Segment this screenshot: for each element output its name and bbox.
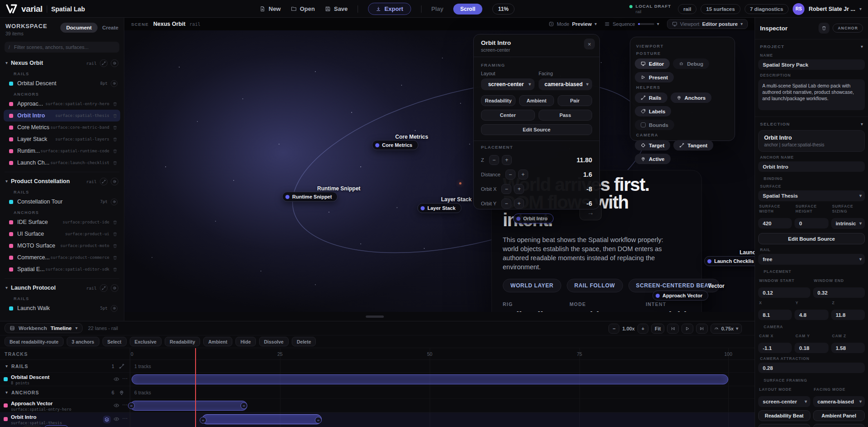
filter-box[interactable]: /	[5, 42, 119, 53]
play-mode-button[interactable]: Play	[432, 5, 444, 12]
edit-source-button[interactable]: Edit Source	[481, 124, 592, 135]
sequence-progress-badge[interactable]: 11%	[492, 4, 515, 15]
chevron-down-icon[interactable]: ▾	[5, 390, 8, 395]
surface-height-input[interactable]	[794, 218, 828, 228]
trash-icon[interactable]	[113, 220, 118, 225]
sidebar-item-approach-vector[interactable]: Approac...surface:spatial-entry-hero	[4, 98, 120, 110]
orbit-y-increment-button[interactable]: +	[514, 199, 524, 209]
edit-bound-source-button[interactable]: Edit Bound Source	[758, 233, 865, 244]
delete-anchor-button[interactable]	[819, 23, 829, 34]
pair-button[interactable]: Pair	[558, 95, 592, 106]
cam-x-input[interactable]	[758, 343, 792, 353]
facing-mode-select[interactable]: camera-biased▾	[813, 396, 865, 407]
window-start-input[interactable]	[758, 287, 810, 298]
eye-icon[interactable]	[113, 416, 119, 422]
trash-icon[interactable]	[113, 160, 118, 165]
sidebar-item-spatial-editor[interactable]: Spatial E...surface:spatial-editor-sdk	[4, 263, 120, 275]
sidebar-item-moto-surface[interactable]: MOTO Surfacesurface:product-moto	[4, 240, 120, 252]
center-linger-button[interactable]: Center Linger	[758, 424, 810, 427]
filter-input[interactable]	[14, 44, 115, 50]
tab-create[interactable]: Create	[102, 25, 118, 30]
ambient-button[interactable]: Ambient	[519, 95, 554, 106]
camera-active-button[interactable]: Active	[635, 154, 671, 164]
track-row-orbit-intro[interactable]: Orbit Intro surface:spatial-thesis ⋯ ‹› …	[0, 412, 755, 427]
anchor-pill-approach-vector[interactable]: Approach Vector	[652, 291, 708, 301]
delete-chip[interactable]: Delete	[292, 337, 316, 346]
camera-attraction-input[interactable]	[758, 363, 865, 373]
target-icon[interactable]	[111, 80, 118, 87]
trash-icon[interactable]	[113, 137, 118, 142]
select-chip[interactable]: Select	[103, 337, 127, 346]
chevron-down-icon[interactable]: ▾	[5, 61, 8, 65]
rails-group-row[interactable]: ▾ RAILS 1 1 tracks	[0, 360, 755, 373]
playhead[interactable]	[195, 348, 196, 427]
anchor-pill-orbit-intro[interactable]: Orbit Intro	[513, 214, 554, 223]
route-icon[interactable]	[100, 59, 108, 67]
helper-rails-toggle[interactable]: Rails	[635, 92, 667, 103]
readability-button[interactable]: Readability	[481, 95, 515, 106]
avatar[interactable]: RS	[793, 3, 804, 15]
clipped-chip-selected[interactable]	[44, 425, 68, 427]
fit-button[interactable]: Fit	[651, 324, 664, 334]
sidebar-item-layer-stack[interactable]: Layer Stacksurface:spatial-layers	[4, 133, 120, 145]
play-button[interactable]	[682, 324, 693, 334]
track-row-orbital-descent[interactable]: Orbital Descent 8 points ⋯	[0, 373, 755, 386]
readability-chip[interactable]: Readability	[165, 337, 200, 346]
open-button[interactable]: Open	[291, 5, 315, 12]
z-increment-button[interactable]: +	[502, 155, 512, 165]
window-end-input[interactable]	[813, 287, 865, 298]
distance-increment-button[interactable]: +	[518, 170, 528, 180]
anchor-name-input[interactable]	[758, 161, 865, 172]
trash-icon[interactable]	[113, 102, 118, 107]
panel-resize-handle[interactable]	[366, 315, 384, 318]
sidebar-item-ui-surface[interactable]: UI Surfacesurface:product-ui	[4, 228, 120, 240]
x-input[interactable]	[758, 310, 792, 320]
chevron-down-icon[interactable]: ▾	[5, 286, 8, 290]
layers-icon[interactable]	[103, 416, 111, 423]
z-input[interactable]	[831, 310, 865, 320]
sidebar-scene-product-constellation[interactable]: ▾ Product Constellation rail	[4, 175, 120, 187]
bar-end-handle[interactable]: ‹›	[240, 402, 247, 409]
project-name-input[interactable]	[758, 59, 865, 70]
target-icon[interactable]	[111, 284, 118, 292]
diagnostics-badge[interactable]: 7 diagnostics	[745, 4, 789, 14]
helper-anchors-toggle[interactable]: Anchors	[671, 92, 712, 103]
more-options-icon[interactable]: ⋯	[122, 402, 128, 408]
rail-badge[interactable]: rail	[678, 4, 696, 14]
beat-chip[interactable]: Beat readability-route	[5, 337, 64, 346]
chevron-down-icon[interactable]: ▾	[5, 179, 8, 184]
eye-icon[interactable]	[113, 376, 119, 382]
trash-icon[interactable]	[113, 243, 118, 248]
anchor-pill-core-metrics[interactable]: Core Metrics	[372, 140, 418, 150]
orbit-x-decrement-button[interactable]: −	[501, 184, 511, 194]
surface-select[interactable]: Spatial Thesis▾	[758, 190, 865, 201]
sidebar-item-commerce[interactable]: Commerce...surface:product-commerce	[4, 252, 120, 263]
close-icon[interactable]: ×	[584, 39, 595, 49]
camera-target-button[interactable]: Target	[635, 140, 670, 150]
route-icon[interactable]	[100, 178, 108, 185]
trash-icon[interactable]	[113, 125, 118, 130]
camera-tangent-button[interactable]: Tangent	[673, 140, 713, 150]
sidebar-item-core-metrics[interactable]: Core Metricssurface:core-metric-band	[4, 121, 120, 133]
chevron-down-icon[interactable]: ▾	[859, 7, 862, 11]
bar-start-handle[interactable]: ‹›	[200, 417, 206, 423]
surface-width-input[interactable]	[758, 218, 792, 228]
layout-mode-select[interactable]: screen-center▾	[758, 396, 810, 407]
ambient-chip[interactable]: Ambient	[203, 337, 232, 346]
posture-present-button[interactable]: Present	[635, 72, 674, 82]
target-icon[interactable]	[111, 305, 118, 312]
distance-decrement-button[interactable]: −	[505, 170, 515, 180]
anchor-pill-launch-checklist[interactable]: Launch Checklis	[704, 256, 755, 266]
anchor-pill-runtime-snippet[interactable]: Runtime Snippet	[282, 192, 338, 202]
timeline-ruler[interactable]: TRACKS 0 25 50 75 100	[0, 348, 755, 360]
layout-select[interactable]: screen-center▾	[481, 78, 535, 90]
anchor-track-bar-selected[interactable]	[202, 414, 322, 424]
trash-icon[interactable]	[113, 267, 118, 272]
project-description-textarea[interactable]: A multi-scene Spatial Lab demo pack with…	[758, 79, 865, 110]
pass-by-button[interactable]: Pass By	[813, 424, 865, 427]
playback-speed-dropdown[interactable]: 0.75x▾	[711, 324, 742, 334]
zoom-in-button[interactable]: +	[638, 324, 648, 334]
rail-track-bar[interactable]	[132, 374, 728, 384]
chevron-down-icon[interactable]: ▾	[5, 364, 8, 369]
sidebar-item-constellation-tour[interactable]: Constellation Tour 7pt	[4, 196, 120, 208]
